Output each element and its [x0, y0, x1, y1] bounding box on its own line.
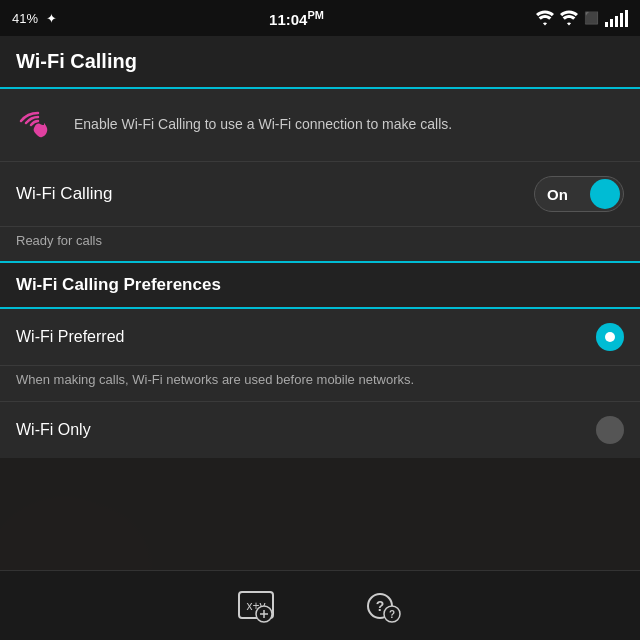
- wifi-calling-icon: [16, 103, 60, 147]
- battery-indicator: 41%: [12, 11, 38, 26]
- info-description: Enable Wi-Fi Calling to use a Wi-Fi conn…: [74, 115, 452, 135]
- bb-icon: ⬛: [584, 11, 599, 25]
- signal-bar-2: [610, 19, 613, 27]
- wifi-preferred-description: When making calls, Wi-Fi networks are us…: [0, 366, 640, 401]
- status-bar: 41% ✦ 11:04PM ⬛: [0, 0, 640, 36]
- ready-status: Ready for calls: [0, 227, 640, 263]
- help-button[interactable]: ? ?: [360, 582, 408, 630]
- signal-bars: [605, 10, 628, 27]
- wifi-calling-toggle-section: Wi-Fi Calling On: [0, 162, 640, 227]
- main-container: 41% ✦ 11:04PM ⬛: [0, 0, 640, 640]
- content-panel: Wi-Fi Calling Enable Wi-Fi Calling to us…: [0, 36, 640, 570]
- bottom-toolbar: x+y ? ?: [0, 570, 640, 640]
- status-right: ⬛: [536, 10, 628, 27]
- ready-text: Ready for calls: [16, 233, 102, 248]
- signal-bar-1: [605, 22, 608, 27]
- wifi-only-label: Wi-Fi Only: [16, 421, 91, 439]
- info-section: Enable Wi-Fi Calling to use a Wi-Fi conn…: [0, 89, 640, 162]
- toggle-knob: [590, 179, 620, 209]
- svg-text:?: ?: [389, 609, 395, 620]
- wifi-preferred-label: Wi-Fi Preferred: [16, 328, 124, 346]
- signal-bar-5: [625, 10, 628, 27]
- status-time: 11:04PM: [269, 9, 324, 28]
- status-left: 41% ✦: [12, 11, 57, 26]
- wifi-preferred-desc-text: When making calls, Wi-Fi networks are us…: [16, 372, 414, 387]
- wifi-only-radio: [596, 416, 624, 444]
- preferences-header: Wi-Fi Calling Preferences: [0, 263, 640, 309]
- wifi-icon-2: [560, 10, 578, 26]
- wifi-only-option[interactable]: Wi-Fi Only: [0, 401, 640, 458]
- svg-text:?: ?: [376, 598, 385, 614]
- wifi-calling-toggle[interactable]: On: [534, 176, 624, 212]
- keyboard-formula-button[interactable]: x+y: [232, 582, 280, 630]
- toggle-on-text: On: [547, 186, 568, 203]
- page-title: Wi-Fi Calling: [16, 50, 137, 72]
- signal-bar-3: [615, 16, 618, 27]
- wifi-preferred-option[interactable]: Wi-Fi Preferred: [0, 309, 640, 366]
- signal-bar-4: [620, 13, 623, 27]
- wifi-calling-label: Wi-Fi Calling: [16, 184, 112, 204]
- wifi-icon-1: [536, 10, 554, 26]
- preferences-title: Wi-Fi Calling Preferences: [16, 275, 221, 294]
- panel-header: Wi-Fi Calling: [0, 36, 640, 89]
- wifi-preferred-radio: [596, 323, 624, 351]
- bluetooth-icon: ✦: [46, 11, 57, 26]
